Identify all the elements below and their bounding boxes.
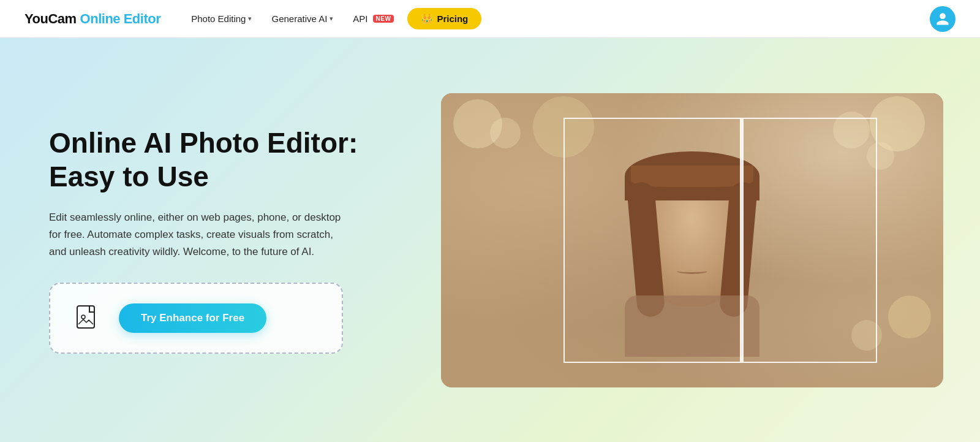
bokeh-6 bbox=[867, 142, 894, 170]
navbar: YouCam Online Editor Photo Editing ▾ Gen… bbox=[0, 0, 980, 38]
upload-box[interactable]: Try Enhance for Free bbox=[49, 283, 343, 354]
logo[interactable]: YouCam Online Editor bbox=[24, 11, 160, 27]
try-enhance-button[interactable]: Try Enhance for Free bbox=[119, 303, 266, 333]
hero-content: Online AI Photo Editor:Easy to Use Edit … bbox=[49, 126, 392, 354]
new-badge: NEW bbox=[373, 15, 394, 23]
svg-rect-0 bbox=[77, 306, 94, 328]
user-icon bbox=[935, 12, 950, 26]
hero-section: Online AI Photo Editor:Easy to Use Edit … bbox=[0, 38, 980, 442]
selection-divider bbox=[741, 118, 742, 363]
chevron-down-icon: ▾ bbox=[248, 15, 252, 23]
nav-items: Photo Editing ▾ Generative AI ▾ API NEW … bbox=[183, 8, 550, 29]
hero-description: Edit seamlessly online, either on web pa… bbox=[49, 209, 343, 261]
bokeh-7 bbox=[888, 295, 931, 338]
file-icon bbox=[70, 301, 104, 335]
chevron-down-icon: ▾ bbox=[330, 15, 333, 23]
bokeh-5 bbox=[833, 112, 870, 148]
bokeh-3 bbox=[533, 96, 594, 158]
crown-icon: 👑 bbox=[421, 13, 433, 25]
bokeh-2 bbox=[490, 118, 521, 148]
hero-title: Online AI Photo Editor:Easy to Use bbox=[49, 126, 392, 194]
nav-api[interactable]: API NEW bbox=[344, 10, 402, 28]
pricing-button[interactable]: 👑 Pricing bbox=[407, 8, 481, 29]
logo-online-editor: Online Editor bbox=[80, 11, 161, 27]
hero-image-area bbox=[441, 93, 943, 387]
nav-photo-editing[interactable]: Photo Editing ▾ bbox=[183, 10, 260, 28]
nav-generative-ai[interactable]: Generative AI ▾ bbox=[263, 10, 342, 28]
user-avatar[interactable] bbox=[930, 6, 956, 32]
logo-youcam: YouCam bbox=[24, 11, 77, 27]
face-center bbox=[606, 124, 778, 357]
bokeh-8 bbox=[851, 320, 882, 351]
hero-photo bbox=[441, 93, 943, 387]
image-file-icon bbox=[72, 303, 102, 333]
svg-point-1 bbox=[81, 315, 85, 319]
